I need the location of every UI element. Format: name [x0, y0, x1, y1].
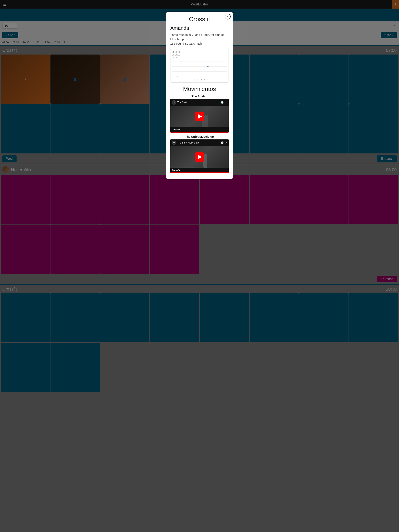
video-2-body — [170, 146, 229, 168]
play-triangle-1 — [198, 114, 202, 119]
crossfit-brand-2: CrossFit — [172, 169, 180, 171]
chart-date-label: 02/03/2016 — [172, 78, 227, 81]
video-1-thumbnail[interactable]: CF The Snatch 🕐 ↗ — [170, 99, 229, 133]
modal-wod-name: Amanda — [170, 25, 229, 31]
play-triangle-2 — [198, 155, 202, 159]
modal-overlay[interactable]: × Crossfit Amanda Three rounds, 9-7- and… — [0, 0, 399, 532]
video-2-thumbnail[interactable]: CF The Strict Muscle-up 🕐 ↗ — [170, 139, 229, 173]
video-1-title: The Snatch — [170, 95, 229, 98]
chart-y-labels: 00:00:00 00:00:01 00:00:02 — [172, 51, 227, 59]
chart-svg — [172, 60, 227, 75]
video-2-icons: 🕐 ↗ — [221, 141, 227, 144]
video-1-title-text: The Snatch — [177, 101, 219, 104]
video-2-title-text: The Strict Muscle-up — [177, 141, 219, 144]
chart-y-label-2: 00:00:01 — [172, 54, 227, 56]
video-1-bottom-bar: CrossFit — [170, 127, 229, 132]
video-2-bottom-line — [170, 172, 229, 173]
video-2-bottom-bar: CrossFit — [170, 168, 229, 172]
chart-y-label-1: 00:00:00 — [172, 51, 227, 53]
modal-desc-line2: Muscle-up — [170, 38, 184, 41]
modal-title: Crossfit — [170, 16, 229, 23]
chart-y-label-3: 00:00:02 — [172, 56, 227, 59]
chart-bottom-labels: 0 0 — [172, 75, 227, 78]
share-icon: ↗ — [225, 101, 227, 104]
modal-dialog: × Crossfit Amanda Three rounds, 9-7- and… — [166, 12, 233, 179]
chart-label-1: 0 — [177, 75, 178, 78]
video-1-body — [170, 106, 229, 127]
modal-desc-line1: Three rounds, 9-7- and 5 reps, for time … — [170, 33, 225, 36]
share-icon-2: ↗ — [225, 141, 227, 144]
video-2-top-bar: CF The Strict Muscle-up 🕐 ↗ — [170, 139, 229, 146]
play-button-1[interactable] — [195, 112, 204, 121]
clock-icon: 🕐 — [221, 101, 224, 104]
video-2-title: The Strict Muscle-up — [170, 135, 229, 138]
play-button-2[interactable] — [195, 152, 204, 162]
crossfit-logo-2: CF — [172, 141, 176, 145]
video-1-inner: CF The Snatch 🕐 ↗ — [170, 99, 229, 132]
modal-close-button[interactable]: × — [225, 14, 231, 19]
movimientos-title: Movimientos — [170, 86, 229, 92]
crossfit-logo-1: CF — [172, 100, 176, 105]
modal-chart: 00:00:00 00:00:01 00:00:02 0 0 02/03/201… — [170, 49, 229, 82]
crossfit-brand-1: CrossFit — [172, 128, 180, 131]
clock-icon-2: 🕐 — [221, 141, 224, 144]
video-2-inner: CF The Strict Muscle-up 🕐 ↗ — [170, 139, 229, 172]
chart-canvas — [172, 60, 227, 75]
modal-desc-line3: 135 pound Squat snatch — [170, 42, 202, 45]
chart-label-0: 0 — [172, 75, 173, 78]
video-1-top-bar: CF The Snatch 🕐 ↗ — [170, 99, 229, 106]
video-1-bottom-line — [170, 132, 229, 133]
modal-description: Three rounds, 9-7- and 5 reps, for time … — [170, 33, 229, 46]
video-1-icons: 🕐 ↗ — [221, 101, 227, 104]
svg-point-3 — [207, 66, 208, 67]
